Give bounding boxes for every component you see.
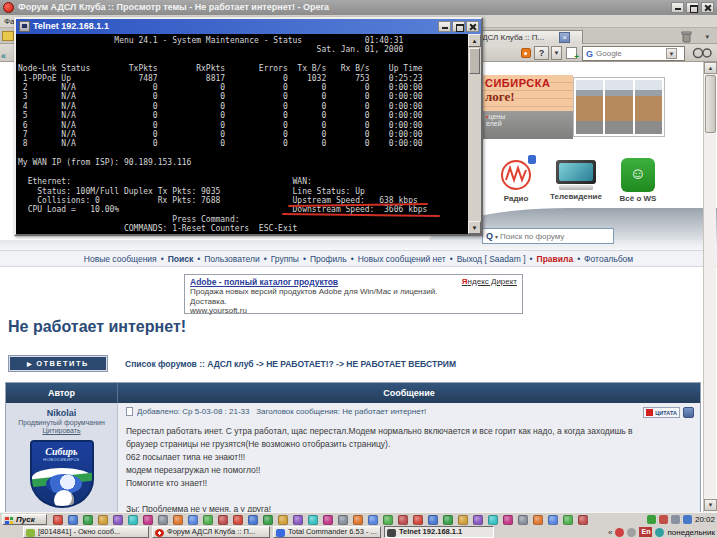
forum-search-box[interactable]: Q ▾ bbox=[482, 228, 614, 244]
quicklaunch-icon[interactable] bbox=[488, 515, 498, 525]
quicklaunch-icon[interactable] bbox=[188, 515, 198, 525]
quicklaunch-icon[interactable] bbox=[143, 515, 153, 525]
trash-dropdown-icon[interactable]: ▾ bbox=[705, 33, 709, 41]
quicklaunch-icon[interactable] bbox=[278, 515, 288, 525]
quicklaunch-icon[interactable] bbox=[263, 515, 273, 525]
search-dropdown-icon[interactable]: ▼ bbox=[666, 48, 677, 59]
tray-icon[interactable] bbox=[647, 515, 656, 524]
quicklaunch-icon[interactable] bbox=[503, 515, 513, 525]
quicklaunch-icon[interactable] bbox=[218, 515, 228, 525]
nav-photoalbum[interactable]: Фотоальбом bbox=[584, 254, 633, 264]
reply-button[interactable]: ▶ОТВЕТИТЬ bbox=[8, 355, 108, 372]
telnet-titlebar[interactable]: Telnet 192.168.1.1 bbox=[16, 19, 481, 34]
taskbar-button-total-commander[interactable]: Total Commander 6.53 - ... bbox=[273, 526, 381, 538]
quicklaunch-icon[interactable] bbox=[533, 515, 543, 525]
quicklaunch-icon[interactable] bbox=[353, 515, 363, 525]
taskbar-button-opera[interactable]: Форум АДСЛ Клуба :: П... bbox=[152, 526, 270, 538]
quicklaunch-icon[interactable] bbox=[323, 515, 333, 525]
back-arrow-icon[interactable]: « bbox=[1, 51, 6, 61]
quote-button[interactable]: ЦИТАТА bbox=[643, 407, 680, 418]
nav-profile[interactable]: Профиль bbox=[310, 254, 347, 264]
rss-icon[interactable] bbox=[521, 48, 531, 58]
help-button[interactable]: ? bbox=[534, 46, 549, 60]
minimize-icon[interactable] bbox=[671, 2, 684, 13]
nav-rules[interactable]: Правила bbox=[537, 254, 574, 264]
forum-search-input[interactable] bbox=[500, 232, 600, 241]
quicklaunch-icon[interactable] bbox=[113, 515, 123, 525]
scroll-up-icon[interactable]: ▲ bbox=[704, 62, 717, 74]
taskbar-button-telnet[interactable]: Telnet 192.168.1.1 bbox=[384, 526, 494, 538]
tray-icon[interactable] bbox=[683, 515, 692, 524]
quicklaunch-icon[interactable] bbox=[203, 515, 213, 525]
portal-link-ws[interactable]: ☺ Всё о WS bbox=[616, 158, 660, 203]
quicklaunch-icon[interactable] bbox=[383, 515, 393, 525]
scrollbar-thumb[interactable] bbox=[469, 48, 480, 74]
quicklaunch-icon[interactable] bbox=[248, 515, 258, 525]
quicklaunch-icon[interactable] bbox=[53, 515, 63, 525]
banner-ad[interactable]: СИБИРСКА логе! •цены елей bbox=[483, 75, 665, 139]
portal-link-tv[interactable]: Телевидение bbox=[544, 160, 608, 201]
scroll-up-icon[interactable]: ▲ bbox=[468, 34, 481, 47]
quicklaunch-icon[interactable] bbox=[158, 515, 168, 525]
nav-users[interactable]: Пользователи bbox=[204, 254, 259, 264]
quicklaunch-icon[interactable] bbox=[563, 515, 573, 525]
author-name[interactable]: Nikolai bbox=[6, 408, 117, 418]
nav-search[interactable]: Поиск bbox=[168, 254, 194, 264]
maximize-icon[interactable] bbox=[686, 2, 699, 13]
nav-logout[interactable]: Выход [ Saadam ] bbox=[457, 254, 526, 264]
scroll-down-icon[interactable]: ▼ bbox=[468, 221, 481, 234]
breadcrumb[interactable]: Список форумов :: АДСЛ клуб -> НЕ РАБОТА… bbox=[125, 359, 456, 369]
browser-scrollbar[interactable]: ▲ ▼ bbox=[703, 62, 716, 512]
portal-link-radio[interactable]: Радио bbox=[492, 158, 540, 203]
quicklaunch-icon[interactable] bbox=[473, 515, 483, 525]
nav-groups[interactable]: Группы bbox=[271, 254, 299, 264]
language-indicator[interactable]: En bbox=[639, 527, 652, 537]
edit-icon[interactable] bbox=[683, 407, 694, 418]
quicklaunch-icon[interactable] bbox=[443, 515, 453, 525]
new-page-icon[interactable] bbox=[566, 47, 577, 59]
quicklaunch-icon[interactable] bbox=[398, 515, 408, 525]
tab-close-icon[interactable]: × bbox=[559, 32, 570, 43]
ad-title-link[interactable]: Adobe - полный каталог продуктов bbox=[190, 277, 338, 287]
quicklaunch-icon[interactable] bbox=[368, 515, 378, 525]
quicklaunch-icon[interactable] bbox=[458, 515, 468, 525]
quicklaunch-icon[interactable] bbox=[68, 515, 78, 525]
yandex-direct-link[interactable]: Яндекс Директ bbox=[462, 277, 517, 286]
tray-icon[interactable] bbox=[659, 515, 668, 524]
nav-new-messages[interactable]: Новые сообщения bbox=[84, 254, 157, 264]
tray-collapse-icon[interactable]: « bbox=[608, 528, 612, 537]
maximize-icon[interactable] bbox=[452, 21, 465, 32]
quicklaunch-icon[interactable] bbox=[173, 515, 183, 525]
scroll-down-icon[interactable]: ▼ bbox=[704, 499, 717, 511]
minimize-icon[interactable] bbox=[438, 21, 451, 32]
taskbar-button-mail[interactable]: [8014841] - Окно сооб... bbox=[23, 526, 149, 538]
quicklaunch-icon[interactable] bbox=[518, 515, 528, 525]
quicklaunch-icon[interactable] bbox=[233, 515, 243, 525]
quicklaunch-icon[interactable] bbox=[338, 515, 348, 525]
folder-icon[interactable] bbox=[2, 31, 14, 41]
google-search-box[interactable]: G ▼ bbox=[582, 46, 685, 61]
nav-no-new-messages[interactable]: Новых сообщений нет bbox=[358, 254, 446, 264]
tray-icon[interactable] bbox=[615, 528, 624, 537]
tray-icon[interactable] bbox=[627, 528, 636, 537]
help-dropdown-icon[interactable]: ▼ bbox=[551, 46, 562, 60]
quicklaunch-icon[interactable] bbox=[293, 515, 303, 525]
quicklaunch-icon[interactable] bbox=[428, 515, 438, 525]
tray-icon[interactable] bbox=[655, 528, 664, 537]
close-icon[interactable] bbox=[701, 2, 714, 13]
google-search-input[interactable] bbox=[596, 49, 666, 58]
trash-icon[interactable] bbox=[680, 30, 693, 43]
scrollbar-thumb[interactable] bbox=[705, 75, 716, 133]
quicklaunch-icon[interactable] bbox=[548, 515, 558, 525]
quicklaunch-icon[interactable] bbox=[413, 515, 423, 525]
quicklaunch-icon[interactable] bbox=[578, 515, 588, 525]
quote-link[interactable]: Цитировать bbox=[6, 427, 117, 434]
tray-icon[interactable] bbox=[671, 515, 680, 524]
zoom-glasses-icon[interactable] bbox=[692, 45, 712, 60]
terminal-scrollbar[interactable]: ▲ ▼ bbox=[468, 34, 481, 234]
quicklaunch-icon[interactable] bbox=[128, 515, 138, 525]
quicklaunch-icon[interactable] bbox=[308, 515, 318, 525]
quicklaunch-icon[interactable] bbox=[98, 515, 108, 525]
close-icon[interactable] bbox=[466, 21, 479, 32]
quicklaunch-icon[interactable] bbox=[83, 515, 93, 525]
